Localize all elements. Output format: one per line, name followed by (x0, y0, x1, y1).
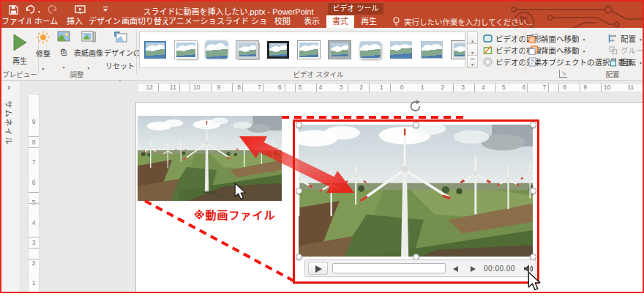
color-button[interactable]: 色 (56, 31, 72, 72)
ruler-number: 11 (168, 84, 178, 92)
quick-access-toolbar (9, 4, 109, 15)
group-button: グループ化 (608, 44, 644, 56)
ruler-number: 8 (561, 84, 568, 92)
gallery-scroll-down-icon[interactable] (467, 44, 478, 56)
mute-icon[interactable] (523, 264, 533, 273)
tab-home[interactable]: ホーム (31, 15, 61, 28)
video-placeholder-small[interactable] (138, 116, 282, 201)
ruler-number: 5 (32, 199, 36, 206)
video-effects-icon (483, 57, 493, 67)
video-styles-gallery (139, 32, 465, 68)
group-separator (136, 32, 137, 74)
tab-design[interactable]: デザイン (88, 15, 121, 28)
video-style-thumb[interactable] (421, 41, 443, 59)
customize-qat-icon[interactable] (102, 7, 109, 12)
video-border-icon (483, 45, 493, 55)
start-slideshow-icon[interactable] (75, 5, 86, 15)
powerpoint-window: スライドに動画を挿入したい.pptx - PowerPoint ビデオ ツール … (0, 0, 644, 293)
video-style-thumb[interactable] (298, 41, 320, 59)
selection-handle-top-middle[interactable] (413, 122, 419, 128)
group-label-video-styles: ビデオ スタイル (282, 69, 355, 79)
undo-dropdown[interactable] (37, 3, 41, 16)
tab-view[interactable]: 表示 (297, 15, 326, 28)
send-backward-button[interactable]: 背面へ移動 (528, 44, 585, 56)
selection-handle-middle-right[interactable] (530, 188, 536, 194)
video-object-selected[interactable] (299, 125, 533, 257)
ruler-number: 7 (32, 158, 36, 166)
tell-me-search[interactable]: 実行したい作業を入力してください... (392, 15, 533, 27)
ruler-number: 6 (32, 179, 36, 186)
video-style-thumb[interactable] (144, 41, 166, 59)
send-backward-icon (528, 45, 538, 55)
seek-bar[interactable] (332, 263, 446, 273)
undo-icon[interactable] (25, 5, 35, 14)
rotation-handle[interactable] (408, 99, 423, 114)
play-button[interactable] (308, 262, 328, 275)
group-label-arrange: 配置 (591, 69, 634, 79)
frame-back-icon[interactable] (453, 266, 458, 272)
expand-pane-chevron-icon[interactable]: › (7, 82, 10, 92)
video-style-thumb[interactable] (329, 41, 351, 59)
video-style-thumb[interactable] (390, 41, 412, 59)
styles-dialog-launcher-icon[interactable]: ↘ (559, 70, 567, 78)
video-style-thumb[interactable] (236, 41, 258, 59)
ruler-number: 1 (419, 84, 426, 92)
ruler-number: 6 (277, 84, 283, 92)
ruler-number: 7 (542, 84, 548, 92)
group-label-preview: プレビュー (1, 69, 38, 79)
save-icon[interactable] (9, 5, 18, 15)
bring-forward-button[interactable]: 前面へ移動 (528, 32, 585, 44)
tab-playback[interactable]: 再生 (354, 15, 383, 28)
ruler-number: 1 (378, 84, 385, 92)
selection-handle-middle-left[interactable] (296, 188, 302, 194)
bottom-margin (0, 293, 644, 301)
tab-review[interactable]: 校閲 (268, 15, 297, 28)
tab-insert[interactable]: 挿入 (61, 15, 88, 28)
group-label-adjust: 調整 (59, 69, 94, 79)
tab-slideshow[interactable]: スライド ショー (217, 15, 268, 28)
ruler-number: 5 (501, 84, 507, 92)
video-style-thumb[interactable] (175, 41, 197, 59)
time-display: 00:00.00 (484, 265, 526, 273)
ruler-number: 7 (256, 84, 263, 92)
selection-pane-icon (528, 57, 538, 67)
workspace: 12111098765432101234567891011 › サムネイル 98… (1, 81, 643, 293)
ruler-number: 6 (521, 84, 528, 92)
thumbnail-pane-collapsed[interactable]: › サムネイル (1, 81, 20, 293)
selection-handle-top-left[interactable] (296, 122, 302, 128)
ruler-number: 5 (297, 84, 304, 92)
tab-file[interactable]: ファイル (1, 15, 31, 28)
frame-forward-icon[interactable] (471, 266, 476, 272)
tab-format[interactable]: 書式 (326, 15, 354, 28)
ruler-number: 0 (399, 84, 405, 92)
poster-frame-button[interactable]: 表紙画像 (73, 31, 104, 73)
tell-me-text: 実行したい作業を入力してください... (404, 16, 533, 27)
ruler-number: 9 (32, 118, 36, 125)
film-frame-icon (81, 31, 96, 43)
align-button[interactable]: 配置 (608, 32, 643, 44)
dropdown-caret (639, 57, 643, 66)
rotate-button[interactable]: 回転 (608, 56, 643, 67)
gallery-more-icon[interactable] (467, 56, 478, 68)
ruler-number: 1 (32, 279, 36, 287)
video-style-thumb[interactable] (359, 41, 381, 59)
play-preview-button[interactable]: 再生 (4, 30, 36, 74)
vertical-ruler: 987654321 (28, 94, 40, 293)
reset-design-button[interactable]: デザインの リセット (104, 31, 136, 86)
video-tools-context-label: ビデオ ツール (328, 3, 383, 15)
color-picture-icon (57, 31, 70, 43)
video-style-thumb[interactable] (267, 41, 289, 59)
ruler-number: 3 (460, 84, 466, 92)
corrections-button[interactable]: 修整 (32, 31, 54, 73)
selection-handle-bottom-left[interactable] (296, 254, 302, 260)
ruler-number: 4 (480, 84, 487, 92)
gallery-scroll (467, 32, 478, 68)
selection-handle-top-right[interactable] (530, 122, 536, 128)
tab-animations[interactable]: アニメーション (168, 15, 217, 28)
ruler-number: 3 (337, 84, 344, 92)
gallery-scroll-up-icon[interactable] (467, 32, 478, 44)
tab-transitions[interactable]: 画面切り替え (121, 15, 168, 28)
video-style-thumb[interactable] (206, 41, 228, 59)
ruler-number: 11 (626, 84, 636, 92)
video-style-thumb[interactable] (452, 41, 465, 59)
